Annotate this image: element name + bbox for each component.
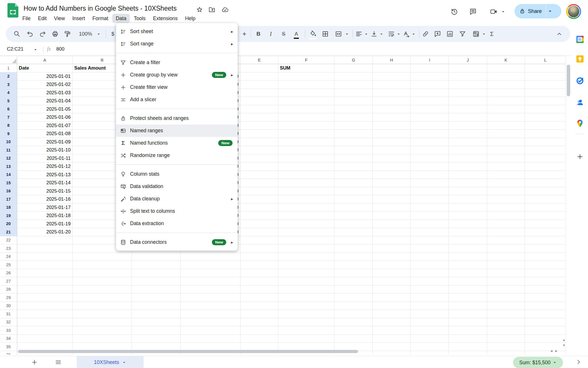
cell-K7[interactable] (487, 113, 525, 122)
cell-L14[interactable] (525, 171, 566, 179)
meet-caret-icon[interactable] (501, 9, 505, 14)
cell-J8[interactable] (449, 122, 487, 130)
cell-F2[interactable] (278, 72, 334, 81)
cell-L24[interactable] (525, 253, 566, 261)
cell-B31[interactable] (73, 310, 132, 318)
functions-button[interactable]: Σ (484, 26, 500, 42)
cell-G2[interactable] (334, 72, 373, 81)
paint-format-icon[interactable] (61, 26, 74, 42)
get-addons-icon[interactable] (576, 153, 584, 160)
cell-C24[interactable] (132, 253, 181, 261)
cell-A30[interactable] (17, 302, 73, 310)
cell-A27[interactable] (17, 277, 73, 285)
cell-A12[interactable]: 2025-01-11 (17, 154, 73, 163)
row-header-21[interactable]: 21 (0, 228, 17, 236)
cell-I18[interactable] (411, 204, 449, 212)
cell-L10[interactable] (525, 138, 566, 146)
cell-H5[interactable] (373, 97, 411, 105)
cell-F15[interactable] (278, 179, 334, 187)
cell-A26[interactable] (17, 269, 73, 277)
cell-A24[interactable] (17, 253, 73, 261)
cell-K22[interactable] (487, 236, 525, 245)
avatar[interactable] (566, 4, 581, 19)
menu-item-protect-sheets-and-ranges[interactable]: Protect sheets and ranges (116, 112, 238, 124)
vertical-scrollbar[interactable] (567, 65, 570, 96)
cell-K35[interactable] (487, 343, 525, 351)
cell-E7[interactable] (241, 113, 278, 122)
cell-L33[interactable] (525, 326, 566, 335)
row-header-28[interactable]: 28 (0, 285, 17, 294)
cell-L1[interactable] (525, 64, 566, 72)
cell-L34[interactable] (525, 335, 566, 343)
cell-B34[interactable] (73, 335, 132, 343)
cell-H20[interactable] (373, 220, 411, 228)
cell-E17[interactable] (241, 195, 278, 204)
cell-J34[interactable] (449, 335, 487, 343)
cell-A5[interactable]: 2025-01-04 (17, 97, 73, 105)
cell-B24[interactable] (73, 253, 132, 261)
all-sheets-icon[interactable] (55, 359, 62, 366)
cell-H26[interactable] (373, 269, 411, 277)
cell-J6[interactable] (449, 105, 487, 114)
cell-D29[interactable] (181, 294, 241, 302)
cell-G5[interactable] (334, 97, 373, 105)
cell-F14[interactable] (278, 171, 334, 179)
cell-I13[interactable] (411, 162, 449, 171)
cell-K14[interactable] (487, 171, 525, 179)
cell-B25[interactable] (73, 261, 132, 269)
cell-J16[interactable] (449, 187, 487, 195)
menubar-item-view[interactable]: View (51, 14, 68, 23)
cell-I14[interactable] (411, 171, 449, 179)
cell-L21[interactable] (525, 228, 566, 236)
cell-D30[interactable] (181, 302, 241, 310)
cell-E31[interactable] (241, 310, 278, 318)
row-header-22[interactable]: 22 (0, 236, 17, 245)
cell-G4[interactable] (334, 89, 373, 97)
cell-E8[interactable] (241, 122, 278, 130)
cell-K19[interactable] (487, 212, 525, 220)
name-box[interactable]: C2:C21 (7, 46, 24, 52)
cell-L25[interactable] (525, 261, 566, 269)
cell-L20[interactable] (525, 220, 566, 228)
menu-item-add-a-slicer[interactable]: Add a slicer (116, 93, 238, 106)
cell-F6[interactable] (278, 105, 334, 114)
cell-K13[interactable] (487, 162, 525, 171)
cell-H33[interactable] (373, 326, 411, 335)
row-header-24[interactable]: 24 (0, 253, 17, 261)
cell-K23[interactable] (487, 244, 525, 253)
cell-I22[interactable] (411, 236, 449, 245)
cell-A28[interactable] (17, 285, 73, 294)
cell-I15[interactable] (411, 179, 449, 187)
row-header-19[interactable]: 19 (0, 212, 17, 220)
menubar-item-help[interactable]: Help (182, 14, 199, 23)
cell-I12[interactable] (411, 154, 449, 163)
cell-I35[interactable] (411, 343, 449, 351)
cell-H22[interactable] (373, 236, 411, 245)
menubar-item-data[interactable]: Data (112, 14, 130, 23)
cell-G20[interactable] (334, 220, 373, 228)
cell-F31[interactable] (278, 310, 334, 318)
cell-H15[interactable] (373, 179, 411, 187)
cell-G11[interactable] (334, 146, 373, 154)
cell-J30[interactable] (449, 302, 487, 310)
cell-E12[interactable] (241, 154, 278, 163)
cell-E34[interactable] (241, 335, 278, 343)
cell-H36[interactable] (373, 351, 411, 355)
cell-I29[interactable] (411, 294, 449, 302)
cell-H11[interactable] (373, 146, 411, 154)
cell-E30[interactable] (241, 302, 278, 310)
cell-J18[interactable] (449, 204, 487, 212)
cell-G9[interactable] (334, 130, 373, 138)
cell-K8[interactable] (487, 122, 525, 130)
cell-L16[interactable] (525, 187, 566, 195)
menu-item-create-group-by-view[interactable]: Create group by viewNew▸ (116, 69, 238, 81)
cell-D31[interactable] (181, 310, 241, 318)
cell-F25[interactable] (278, 261, 334, 269)
cloud-status-icon[interactable] (221, 6, 229, 14)
cell-H21[interactable] (373, 228, 411, 236)
contacts-icon[interactable] (576, 98, 584, 107)
cell-J33[interactable] (449, 326, 487, 335)
cell-E25[interactable] (241, 261, 278, 269)
select-all-corner[interactable] (0, 56, 17, 64)
cell-A4[interactable]: 2025-01-03 (17, 89, 73, 97)
